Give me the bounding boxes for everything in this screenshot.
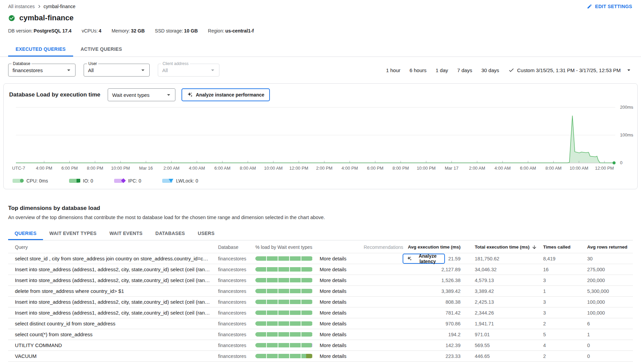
col-query[interactable]: Query [15,244,218,250]
col-database[interactable]: Database [218,244,255,250]
query-text[interactable]: delete from store_address where country_… [15,288,218,294]
more-details-link[interactable]: More details [320,332,364,337]
diamond-marker-icon [121,178,126,183]
top-dimensions-title: Top dimensions by database load [8,205,633,212]
svg-text:10:00 PM: 10:00 PM [111,166,130,171]
more-details-link[interactable]: More details [320,267,364,272]
more-details-link[interactable]: More details [320,256,364,261]
dim-tab-queries[interactable]: QUERIES [8,227,43,240]
sort-descending-icon [532,244,537,250]
time-range-1-day[interactable]: 1 day [436,67,448,73]
query-text[interactable]: select count(*) from store_address [15,331,218,337]
table-header-row: Query Database % load by Wait event type… [8,241,633,253]
time-range-1-hour[interactable]: 1 hour [386,67,401,73]
spark-icon [407,256,412,261]
more-details-link[interactable]: More details [320,278,364,283]
dim-tab-users[interactable]: USERS [191,227,221,240]
avg-exec-cell: 3,389.42 [403,288,464,294]
table-row[interactable]: Insert into store_address (address1, add… [8,264,633,275]
avg-rows-cell: 100,000 [587,310,638,316]
table-row[interactable]: Insert into store_address (address1, add… [8,307,633,318]
legend-cpu[interactable]: CPU: 0ms [13,178,48,184]
more-details-link[interactable]: More details [320,288,364,294]
avg-exec-cell: Analyze latency21.59 [403,254,464,264]
info-vcpus-: vCPUs:4 [82,28,101,34]
analyze-instance-performance-button[interactable]: Analyze instance performance [181,88,270,101]
svg-text:Mar 16: Mar 16 [139,166,153,171]
times-called-cell: 3 [543,310,587,316]
tab-executed-queries[interactable]: EXECUTED QUERIES [8,42,73,57]
avg-rows-cell: 0 [587,343,638,348]
load-area-chart[interactable]: 200ms100ms0UTC-74:00 PM6:00 PM8:00 PM10:… [6,105,636,174]
times-called-cell: 16 [543,267,587,272]
table-row[interactable]: UTILITY COMMAND financestores More detai… [8,340,633,351]
avg-rows-cell: 1 [587,332,638,337]
query-text[interactable]: Insert into store_address (address1, add… [15,266,218,272]
query-text[interactable]: select distinct country_id from store_ad… [15,321,218,326]
time-range-7-days[interactable]: 7 days [457,67,472,73]
query-text[interactable]: Insert into store_address (address1, add… [15,277,218,283]
avg-exec-cell: 808.38 [403,299,464,305]
svg-text:2:00 PM: 2:00 PM [316,166,332,171]
table-row[interactable]: delete from store_address where country_… [8,286,633,297]
more-details-link[interactable]: More details [320,310,364,316]
table-row[interactable]: Insert into store_address (address1, add… [8,297,633,307]
query-text[interactable]: Insert into store_address (address1, add… [15,299,218,305]
tab-active-queries[interactable]: ACTIVE QUERIES [73,42,129,57]
svg-text:UTC-7: UTC-7 [12,166,25,171]
dim-tab-wait-event-types[interactable]: WAIT EVENT TYPES [43,227,103,240]
table-row[interactable]: Insert into store_address (address1, add… [8,275,633,286]
load-bar [255,256,320,261]
dim-tab-databases[interactable]: DATABASES [149,227,191,240]
legend-ipc[interactable]: IPC: 0 [114,178,141,184]
total-exec-cell: 2,344.26 [464,310,543,316]
legend-io[interactable]: IO: 0 [69,178,93,184]
svg-text:4:00 PM: 4:00 PM [342,166,358,171]
times-called-cell: 2 [543,354,587,359]
load-bar [255,354,320,358]
query-text[interactable]: Insert into store_address (address1, add… [15,310,218,316]
more-details-link[interactable]: More details [320,343,364,348]
filter-row: Database financestores User All Client a… [0,57,641,77]
query-text[interactable]: UTILITY COMMAND [15,342,218,348]
dropdown-arrow-icon [625,67,632,73]
table-row[interactable]: select store_id , city from store_addres… [8,253,633,264]
user-filter-select[interactable]: User All [84,64,150,77]
edit-settings-button[interactable]: EDIT SETTINGS [587,4,632,9]
breadcrumb-all-instances[interactable]: All instances [8,4,35,9]
col-times-called[interactable]: Times called [543,244,587,250]
col-avg-exec[interactable]: Avg execution time (ms) [403,244,464,250]
time-range-custom-label: Custom 3/15/25, 1:31 PM - 3/17/25, 12:53… [517,67,621,73]
svg-text:4:00 AM: 4:00 AM [494,166,511,171]
database-filter-select[interactable]: Database financestores [8,64,76,77]
load-bar [255,278,320,282]
table-row[interactable]: select distinct country_id from store_ad… [8,318,633,329]
user-filter-label: User [87,61,98,66]
more-details-link[interactable]: More details [320,299,364,305]
col-total-exec[interactable]: Total execution time (ms) [464,244,543,250]
more-details-link[interactable]: More details [320,354,364,359]
avg-rows-cell: 200,000 [587,278,638,283]
total-exec-cell: 446.65 [464,354,543,359]
time-range-30-days[interactable]: 30 days [481,67,499,73]
query-text[interactable]: VACUUM [15,353,218,359]
database-cell: financestores [218,354,255,359]
legend-lwlock[interactable]: LWLock: 0 [162,178,198,184]
query-text[interactable]: select store_id , city from store_addres… [15,256,218,261]
table-row[interactable]: VACUUM financestores More details 223.33… [8,351,633,362]
time-range-custom[interactable]: Custom 3/15/25, 1:31 PM - 3/17/25, 12:53… [508,67,632,73]
chart-title: Database Load by execution time [9,91,100,98]
col-avg-rows[interactable]: Avg rows returned [587,244,638,250]
dropdown-arrow-icon [65,66,72,74]
svg-text:6:00 AM: 6:00 AM [214,166,231,171]
table-row[interactable]: select count(*) from store_address finan… [8,329,633,340]
svg-text:100ms: 100ms [620,132,634,137]
dim-tab-wait-events[interactable]: WAIT EVENTS [103,227,149,240]
time-range-6-hours[interactable]: 6 hours [409,67,426,73]
load-bar [255,300,320,304]
chart-dimension-select[interactable]: Wait event types [108,88,175,101]
database-cell: financestores [218,288,255,294]
load-bar [255,289,320,293]
analyze-latency-button[interactable]: Analyze latency [403,254,445,264]
more-details-link[interactable]: More details [320,321,364,326]
